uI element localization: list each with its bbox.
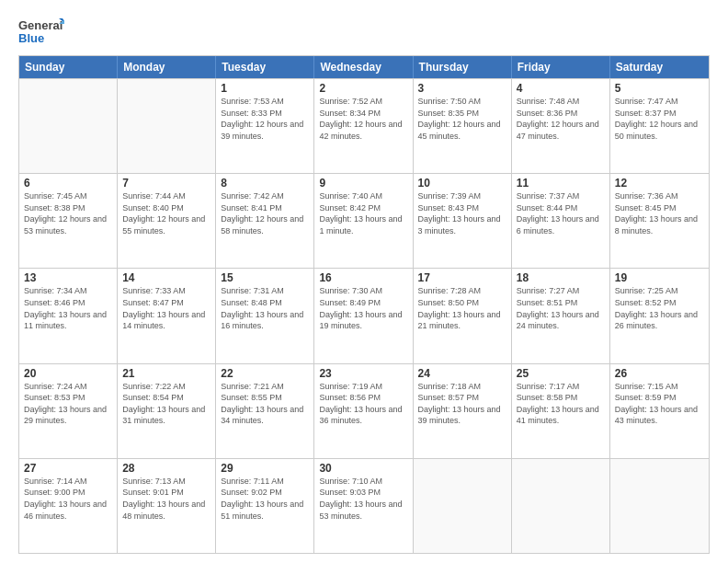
- day-info-19: Sunrise: 7:25 AM Sunset: 8:52 PM Dayligh…: [615, 285, 704, 331]
- day-number-7: 7: [122, 177, 210, 190]
- day-info-23: Sunrise: 7:19 AM Sunset: 8:56 PM Dayligh…: [319, 381, 407, 427]
- day-info-18: Sunrise: 7:27 AM Sunset: 8:51 PM Dayligh…: [517, 285, 605, 331]
- day-number-6: 6: [24, 177, 112, 190]
- calendar-header-row: SundayMondayTuesdayWednesdayThursdayFrid…: [19, 56, 709, 78]
- calendar-day-empty: [19, 79, 118, 173]
- day-info-29: Sunrise: 7:11 AM Sunset: 9:02 PM Dayligh…: [221, 476, 309, 522]
- calendar-week-1: 1Sunrise: 7:53 AM Sunset: 8:33 PM Daylig…: [19, 78, 709, 173]
- calendar-day-empty: [610, 459, 709, 553]
- day-info-12: Sunrise: 7:36 AM Sunset: 8:45 PM Dayligh…: [615, 190, 704, 236]
- day-number-23: 23: [319, 367, 407, 380]
- calendar-day-9: 9Sunrise: 7:40 AM Sunset: 8:42 PM Daylig…: [314, 174, 413, 268]
- calendar-day-6: 6Sunrise: 7:45 AM Sunset: 8:38 PM Daylig…: [19, 174, 118, 268]
- day-number-20: 20: [24, 367, 112, 380]
- day-info-6: Sunrise: 7:45 AM Sunset: 8:38 PM Dayligh…: [24, 190, 112, 236]
- calendar-day-17: 17Sunrise: 7:28 AM Sunset: 8:50 PM Dayli…: [414, 269, 512, 362]
- calendar-day-23: 23Sunrise: 7:19 AM Sunset: 8:56 PM Dayli…: [314, 364, 413, 458]
- calendar-day-12: 12Sunrise: 7:36 AM Sunset: 8:45 PM Dayli…: [610, 174, 709, 268]
- calendar-day-27: 27Sunrise: 7:14 AM Sunset: 9:00 PM Dayli…: [19, 459, 118, 553]
- day-number-15: 15: [221, 271, 309, 284]
- calendar-day-13: 13Sunrise: 7:34 AM Sunset: 8:46 PM Dayli…: [19, 269, 118, 362]
- day-info-2: Sunrise: 7:52 AM Sunset: 8:34 PM Dayligh…: [319, 96, 407, 142]
- day-number-5: 5: [615, 82, 704, 95]
- day-info-26: Sunrise: 7:15 AM Sunset: 8:59 PM Dayligh…: [615, 381, 704, 427]
- calendar-day-21: 21Sunrise: 7:22 AM Sunset: 8:54 PM Dayli…: [118, 364, 216, 458]
- calendar-week-2: 6Sunrise: 7:45 AM Sunset: 8:38 PM Daylig…: [19, 173, 709, 268]
- day-number-10: 10: [418, 177, 506, 190]
- header-cell-wednesday: Wednesday: [314, 56, 413, 78]
- day-info-22: Sunrise: 7:21 AM Sunset: 8:55 PM Dayligh…: [221, 381, 309, 427]
- day-number-9: 9: [319, 177, 407, 190]
- day-info-11: Sunrise: 7:37 AM Sunset: 8:44 PM Dayligh…: [517, 190, 605, 236]
- svg-text:General: General: [18, 18, 63, 32]
- day-number-22: 22: [221, 367, 309, 380]
- day-number-26: 26: [615, 367, 704, 380]
- day-info-16: Sunrise: 7:30 AM Sunset: 8:49 PM Dayligh…: [319, 285, 407, 331]
- day-info-7: Sunrise: 7:44 AM Sunset: 8:40 PM Dayligh…: [122, 190, 210, 236]
- day-number-18: 18: [517, 271, 605, 284]
- day-number-8: 8: [221, 177, 309, 190]
- calendar-day-2: 2Sunrise: 7:52 AM Sunset: 8:34 PM Daylig…: [314, 79, 413, 173]
- page: General Blue SundayMondayTuesdayWednesda…: [0, 0, 728, 563]
- calendar-week-5: 27Sunrise: 7:14 AM Sunset: 9:00 PM Dayli…: [19, 458, 709, 553]
- calendar-day-10: 10Sunrise: 7:39 AM Sunset: 8:43 PM Dayli…: [414, 174, 512, 268]
- calendar-body: 1Sunrise: 7:53 AM Sunset: 8:33 PM Daylig…: [19, 78, 709, 553]
- calendar-week-4: 20Sunrise: 7:24 AM Sunset: 8:53 PM Dayli…: [19, 363, 709, 458]
- calendar-day-15: 15Sunrise: 7:31 AM Sunset: 8:48 PM Dayli…: [216, 269, 314, 362]
- day-number-27: 27: [24, 462, 112, 475]
- day-number-4: 4: [517, 82, 605, 95]
- calendar-day-4: 4Sunrise: 7:48 AM Sunset: 8:36 PM Daylig…: [512, 79, 610, 173]
- calendar-day-16: 16Sunrise: 7:30 AM Sunset: 8:49 PM Dayli…: [314, 269, 413, 362]
- day-number-19: 19: [615, 271, 704, 284]
- day-number-30: 30: [319, 462, 407, 475]
- day-info-27: Sunrise: 7:14 AM Sunset: 9:00 PM Dayligh…: [24, 476, 112, 522]
- calendar-day-18: 18Sunrise: 7:27 AM Sunset: 8:51 PM Dayli…: [512, 269, 610, 362]
- day-number-24: 24: [418, 367, 506, 380]
- logo: General Blue: [18, 15, 64, 48]
- day-info-20: Sunrise: 7:24 AM Sunset: 8:53 PM Dayligh…: [24, 381, 112, 427]
- day-info-30: Sunrise: 7:10 AM Sunset: 9:03 PM Dayligh…: [319, 476, 407, 522]
- day-number-28: 28: [122, 462, 210, 475]
- day-number-11: 11: [517, 177, 605, 190]
- header-cell-friday: Friday: [512, 56, 610, 78]
- calendar-day-empty: [118, 79, 216, 173]
- day-number-2: 2: [319, 82, 407, 95]
- day-info-4: Sunrise: 7:48 AM Sunset: 8:36 PM Dayligh…: [517, 96, 605, 142]
- day-info-3: Sunrise: 7:50 AM Sunset: 8:35 PM Dayligh…: [418, 96, 506, 142]
- calendar-day-3: 3Sunrise: 7:50 AM Sunset: 8:35 PM Daylig…: [414, 79, 512, 173]
- calendar-day-11: 11Sunrise: 7:37 AM Sunset: 8:44 PM Dayli…: [512, 174, 610, 268]
- calendar-week-3: 13Sunrise: 7:34 AM Sunset: 8:46 PM Dayli…: [19, 268, 709, 362]
- day-info-8: Sunrise: 7:42 AM Sunset: 8:41 PM Dayligh…: [221, 190, 309, 236]
- day-number-21: 21: [122, 367, 210, 380]
- calendar-day-7: 7Sunrise: 7:44 AM Sunset: 8:40 PM Daylig…: [118, 174, 216, 268]
- day-number-13: 13: [24, 271, 112, 284]
- calendar-day-28: 28Sunrise: 7:13 AM Sunset: 9:01 PM Dayli…: [118, 459, 216, 553]
- header-cell-tuesday: Tuesday: [216, 56, 314, 78]
- calendar-day-20: 20Sunrise: 7:24 AM Sunset: 8:53 PM Dayli…: [19, 364, 118, 458]
- day-info-24: Sunrise: 7:18 AM Sunset: 8:57 PM Dayligh…: [418, 381, 506, 427]
- day-number-3: 3: [418, 82, 506, 95]
- day-info-21: Sunrise: 7:22 AM Sunset: 8:54 PM Dayligh…: [122, 381, 210, 427]
- day-info-1: Sunrise: 7:53 AM Sunset: 8:33 PM Dayligh…: [221, 96, 309, 142]
- day-number-29: 29: [221, 462, 309, 475]
- header: General Blue: [18, 15, 710, 48]
- day-info-28: Sunrise: 7:13 AM Sunset: 9:01 PM Dayligh…: [122, 476, 210, 522]
- day-info-9: Sunrise: 7:40 AM Sunset: 8:42 PM Dayligh…: [319, 190, 407, 236]
- day-number-25: 25: [517, 367, 605, 380]
- calendar-day-22: 22Sunrise: 7:21 AM Sunset: 8:55 PM Dayli…: [216, 364, 314, 458]
- day-info-14: Sunrise: 7:33 AM Sunset: 8:47 PM Dayligh…: [122, 285, 210, 331]
- calendar-day-empty: [512, 459, 610, 553]
- day-info-17: Sunrise: 7:28 AM Sunset: 8:50 PM Dayligh…: [418, 285, 506, 331]
- calendar-day-25: 25Sunrise: 7:17 AM Sunset: 8:58 PM Dayli…: [512, 364, 610, 458]
- calendar-day-30: 30Sunrise: 7:10 AM Sunset: 9:03 PM Dayli…: [314, 459, 413, 553]
- header-cell-sunday: Sunday: [19, 56, 118, 78]
- day-info-5: Sunrise: 7:47 AM Sunset: 8:37 PM Dayligh…: [615, 96, 704, 142]
- calendar-day-26: 26Sunrise: 7:15 AM Sunset: 8:59 PM Dayli…: [610, 364, 709, 458]
- calendar-day-5: 5Sunrise: 7:47 AM Sunset: 8:37 PM Daylig…: [610, 79, 709, 173]
- day-number-12: 12: [615, 177, 704, 190]
- day-number-14: 14: [122, 271, 210, 284]
- day-info-15: Sunrise: 7:31 AM Sunset: 8:48 PM Dayligh…: [221, 285, 309, 331]
- calendar-day-empty: [414, 459, 512, 553]
- day-info-10: Sunrise: 7:39 AM Sunset: 8:43 PM Dayligh…: [418, 190, 506, 236]
- day-number-17: 17: [418, 271, 506, 284]
